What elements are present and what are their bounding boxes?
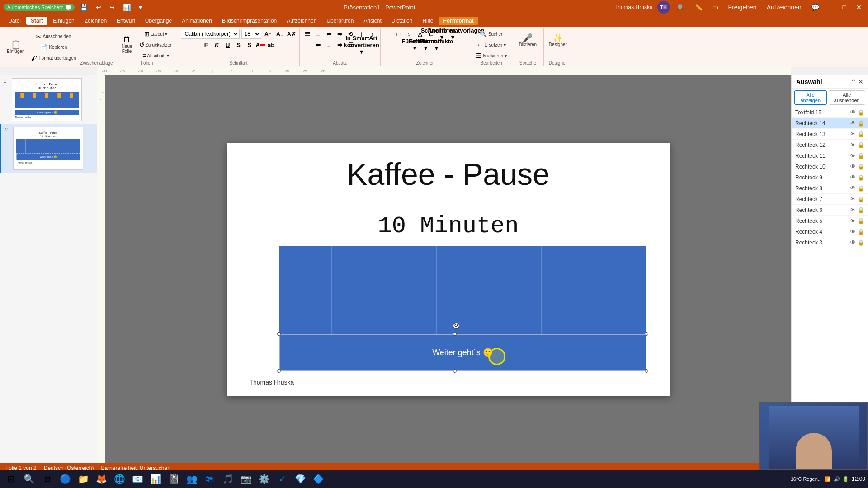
shadow-btn[interactable]: S [245,40,255,50]
hide-all-btn[interactable]: Alle ausblenden [829,90,865,105]
slide-thumb-2[interactable]: 2 Kaffee - Pause 10 Minuten [0,124,97,173]
minimize-btn[interactable]: – [826,4,835,11]
strikethrough-btn[interactable]: S [234,40,244,50]
handle-tl[interactable] [277,332,281,336]
layer-lock-11[interactable]: 🔒 [858,229,864,235]
increase-indent-btn[interactable]: ⇒ [335,29,345,39]
present-icon[interactable]: ▭ [710,4,721,11]
layer-lock-9[interactable]: 🔒 [858,207,864,213]
layer-item-5[interactable]: Rechteck 10 👁 🔒 [792,161,868,172]
layout-btn[interactable]: ⊞ Layout ▾ [137,29,175,39]
layer-item-4[interactable]: Rechteck 11 👁 🔒 [792,150,868,161]
paste-btn[interactable]: 📋 Einfügen [5,36,27,59]
replace-btn[interactable]: ↔ Ersetzen ▾ [474,40,509,50]
layer-eye-11[interactable]: 👁 [850,228,856,235]
close-btn[interactable]: ✕ [854,4,864,11]
redo-btn[interactable]: ↪ [107,4,118,11]
layer-lock-3[interactable]: 🔒 [858,142,864,148]
onenote-btn[interactable]: 📓 [165,471,182,487]
char-spacing-btn[interactable]: ab [266,40,276,50]
save-btn[interactable]: 💾 [77,4,90,11]
menu-aufzeichnen[interactable]: Aufzeichnen [282,17,321,25]
user-avatar[interactable]: TH [657,1,670,14]
todo-btn[interactable]: ✓ [274,471,290,487]
layer-lock-0[interactable]: 🔒 [858,109,864,116]
autosave-toggle[interactable]: Automatisches Speichern [4,4,75,11]
layer-lock-6[interactable]: 🔒 [858,174,864,181]
layer-lock-5[interactable]: 🔒 [858,164,864,170]
font-select[interactable]: Calibri (Textkörper) [181,29,240,39]
section-btn[interactable]: ≡ Abschnitt ▾ [137,51,175,61]
spotify-btn[interactable]: 🎵 [220,471,236,487]
menu-ueberpruefen[interactable]: Überprüfen [322,17,358,25]
increase-font-btn[interactable]: A↑ [263,29,273,39]
handle-tc[interactable] [453,332,457,336]
undo-btn[interactable]: ↩ [93,4,104,11]
quick-styles-btn[interactable]: Schnellformatvorlagen ▾ [448,29,458,39]
teams-btn[interactable]: 👥 [184,471,200,487]
layer-item-1[interactable]: Rechteck 14 👁 🔒 [792,118,868,129]
mark-btn[interactable]: ☰ Markieren ▾ [474,51,509,61]
chrome-btn[interactable]: 🌐 [111,471,127,487]
powerpoint-btn[interactable]: 📊 [147,471,164,487]
menu-start[interactable]: Start [26,17,47,25]
menu-dictation[interactable]: Dictation [387,17,417,25]
layer-eye-4[interactable]: 👁 [850,152,856,159]
rotate-handle[interactable]: ↻ [453,323,459,329]
share-btn[interactable]: Freigeben [726,4,760,11]
layer-item-0[interactable]: Textfeld 15 👁 🔒 [792,107,868,118]
slide-thumb-1[interactable]: 1 Kaffee - Pause 10 Minuten Wei [0,75,97,124]
layer-item-6[interactable]: Rechteck 9 👁 🔒 [792,172,868,183]
firefox-btn[interactable]: 🦊 [93,471,109,487]
new-slide-btn[interactable]: 🗒 Neue Folie [119,33,135,56]
menu-zeichnen[interactable]: Zeichnen [80,17,111,25]
menu-formformat[interactable]: Formformat [439,17,478,25]
task-view-btn[interactable]: ⊡ [39,471,55,487]
layer-lock-7[interactable]: 🔒 [858,185,864,192]
settings-btn[interactable]: ⚙️ [256,471,272,487]
font-size-select[interactable]: 18 [241,29,261,39]
battery-icon[interactable]: 🔋 [843,476,849,482]
underline-btn[interactable]: U [223,40,233,50]
layer-lock-8[interactable]: 🔒 [858,196,864,202]
layer-eye-2[interactable]: 👁 [850,131,856,137]
form-effect-btn[interactable]: Formeffekte ▾ [431,40,441,50]
layer-eye-8[interactable]: 👁 [850,196,856,202]
handle-tr[interactable] [645,332,648,336]
handle-br[interactable] [645,369,648,373]
maximize-btn[interactable]: □ [840,4,849,11]
align-center-btn[interactable]: ≡ [324,40,334,50]
align-left-btn[interactable]: ⬅ [313,40,323,50]
misc2-btn[interactable]: 🔷 [310,471,326,487]
layer-item-3[interactable]: Rechteck 12 👁 🔒 [792,140,868,150]
misc-btn[interactable]: 💎 [292,471,308,487]
bold-btn[interactable]: F [201,40,211,50]
font-color-btn[interactable]: A [255,40,265,50]
more-btn[interactable]: ▾ [136,4,145,11]
reset-btn[interactable]: ↺ Zurücksetzen [137,40,175,50]
layer-eye-7[interactable]: 👁 [850,185,856,192]
layer-item-10[interactable]: Rechteck 5 👁 🔒 [792,216,868,226]
store-btn[interactable]: 🛍 [202,471,218,487]
menu-ansicht[interactable]: Ansicht [359,17,386,25]
menu-einfuegen[interactable]: Einfügen [48,17,79,25]
start-btn[interactable]: ⊞ [3,471,19,487]
layer-lock-10[interactable]: 🔒 [858,218,864,224]
pen-icon[interactable]: ✏️ [692,4,705,11]
menu-hilfe[interactable]: Hilfe [418,17,438,25]
layer-item-2[interactable]: Rechteck 13 👁 🔒 [792,129,868,140]
layer-eye-0[interactable]: 👁 [850,109,856,116]
layer-lock-1[interactable]: 🔒 [858,120,864,127]
menu-animationen[interactable]: Animationen [177,17,217,25]
layer-lock-2[interactable]: 🔒 [858,131,864,137]
numbered-list-btn[interactable]: ≡ [313,29,323,39]
layer-item-8[interactable]: Rechteck 7 👁 🔒 [792,194,868,205]
layer-eye-6[interactable]: 👁 [850,174,856,181]
panel-expand-btn[interactable]: ⌃ [851,78,856,85]
handle-bc[interactable] [453,369,457,373]
layer-item-9[interactable]: Rechteck 6 👁 🔒 [792,205,868,216]
handle-bl[interactable] [277,369,281,373]
rect-btn[interactable]: □ [393,29,403,39]
smartart-btn[interactable]: In SmartArt konvertieren ▾ [357,40,367,50]
panel-close-btn[interactable]: ✕ [858,78,863,85]
